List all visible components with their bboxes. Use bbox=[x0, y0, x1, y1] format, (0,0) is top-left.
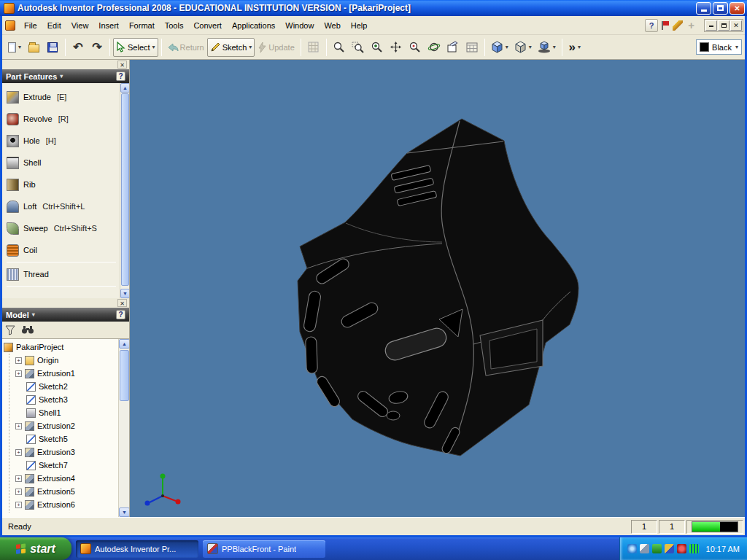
zoom-button[interactable] bbox=[368, 38, 387, 57]
menu-file[interactable]: File bbox=[19, 18, 42, 33]
update-button[interactable]: Update bbox=[255, 38, 297, 57]
select-button[interactable]: Select ▾ bbox=[113, 38, 158, 57]
menu-tools[interactable]: Tools bbox=[160, 18, 189, 33]
tree-item-extrusion3[interactable]: + Extrusion3 bbox=[4, 446, 117, 459]
tree-scrollbar[interactable]: ▲ ▼ bbox=[118, 339, 129, 517]
tree-item-shell1[interactable]: Shell1 bbox=[4, 406, 117, 419]
scroll-up-button[interactable]: ▲ bbox=[120, 83, 129, 93]
filter-funnel-icon[interactable] bbox=[5, 325, 15, 335]
tree-item-sketch3[interactable]: Sketch3 bbox=[4, 393, 117, 406]
shield-icon[interactable] bbox=[677, 544, 686, 553]
feature-shell[interactable]: Shell bbox=[4, 152, 119, 174]
undo-button[interactable]: ↶ bbox=[69, 38, 88, 57]
shadow-button[interactable]: ▾ bbox=[535, 38, 559, 57]
camera-dropdown[interactable]: ▾ bbox=[529, 44, 532, 50]
start-button[interactable]: start bbox=[0, 537, 71, 560]
model-panel-help-button[interactable]: ? bbox=[116, 310, 125, 319]
zoom-window-button[interactable] bbox=[349, 38, 368, 57]
analysis-dropdown[interactable]: ▾ bbox=[578, 44, 581, 50]
tree-item-origin[interactable]: + Origin bbox=[4, 354, 117, 367]
expand-toggle[interactable]: + bbox=[15, 475, 22, 482]
tree-item-extrusion5[interactable]: + Extrusion5 bbox=[4, 485, 117, 498]
menu-view[interactable]: View bbox=[66, 18, 94, 33]
return-button[interactable]: Return bbox=[165, 38, 207, 57]
scroll-down-button[interactable]: ▼ bbox=[120, 289, 129, 298]
camera-view-button[interactable]: ▾ bbox=[511, 38, 535, 57]
tree-item-sketch7[interactable]: Sketch7 bbox=[4, 459, 117, 472]
mdi-minimize-button[interactable] bbox=[705, 20, 717, 31]
menu-format[interactable]: Format bbox=[124, 18, 160, 33]
part-features-header[interactable]: Part Features ▾ ? bbox=[2, 69, 129, 83]
color-dropdown[interactable]: ▾ bbox=[735, 44, 738, 50]
menu-help[interactable]: Help bbox=[346, 18, 373, 33]
expand-toggle[interactable]: + bbox=[15, 489, 22, 495]
flag-icon[interactable] bbox=[660, 20, 670, 31]
feature-rib[interactable]: Rib bbox=[4, 174, 119, 195]
new-file-button[interactable]: ▾ bbox=[5, 38, 24, 57]
close-button[interactable]: ✕ bbox=[729, 2, 745, 15]
menu-web[interactable]: Web bbox=[319, 18, 345, 33]
menu-applications[interactable]: Applications bbox=[227, 18, 280, 33]
save-button[interactable] bbox=[43, 38, 62, 57]
display-shaded-button[interactable]: ▾ bbox=[488, 38, 511, 57]
menu-insert[interactable]: Insert bbox=[93, 18, 124, 33]
pan-button[interactable] bbox=[387, 38, 406, 57]
minimize-button[interactable] bbox=[696, 2, 711, 15]
signal-bars-icon[interactable] bbox=[689, 544, 699, 553]
measure-button[interactable] bbox=[462, 38, 481, 57]
rotate-button[interactable] bbox=[425, 38, 444, 57]
model-panel-header[interactable]: Model ▾ ? bbox=[2, 308, 129, 322]
expand-toggle[interactable]: + bbox=[15, 370, 22, 377]
expand-toggle[interactable]: + bbox=[15, 502, 22, 508]
3d-viewport[interactable] bbox=[130, 60, 745, 517]
messenger-icon[interactable] bbox=[652, 544, 662, 553]
expand-toggle[interactable]: + bbox=[15, 423, 22, 429]
feature-hole[interactable]: Hole [H] bbox=[4, 130, 119, 152]
close-features-panel-button[interactable]: ✕ bbox=[117, 61, 127, 69]
features-scrollbar[interactable]: ▲ ▼ bbox=[120, 83, 129, 298]
sketch-dropdown[interactable]: ▾ bbox=[249, 44, 252, 50]
feature-loft[interactable]: Loft Ctrl+Shift+L bbox=[4, 195, 119, 217]
scroll-up-button[interactable]: ▲ bbox=[119, 339, 129, 349]
find-binoculars-icon[interactable] bbox=[21, 325, 34, 335]
taskbar-item-paint[interactable]: PPBlackFront - Paint bbox=[203, 540, 325, 558]
tree-item-extrusion1[interactable]: + Extrusion1 bbox=[4, 367, 117, 380]
zoom-all-button[interactable] bbox=[330, 38, 349, 57]
menu-window[interactable]: Window bbox=[280, 18, 319, 33]
close-model-panel-button[interactable]: ✕ bbox=[117, 299, 127, 307]
scroll-down-button[interactable]: ▼ bbox=[119, 508, 129, 517]
taskbar-item-inventor[interactable]: Autodesk Inventor Pr... bbox=[76, 540, 198, 558]
analysis-button[interactable]: » ▾ bbox=[565, 38, 584, 57]
expand-toggle[interactable]: + bbox=[15, 449, 22, 456]
tree-item-sketch2[interactable]: Sketch2 bbox=[4, 380, 117, 393]
network-icon[interactable] bbox=[665, 544, 674, 553]
tree-item-extrusion2[interactable]: + Extrusion2 bbox=[4, 419, 117, 432]
scroll-thumb[interactable] bbox=[120, 350, 129, 401]
help-button[interactable]: ? bbox=[645, 19, 658, 32]
feature-sweep[interactable]: Sweep Ctrl+Shift+S bbox=[4, 217, 119, 239]
tree-item-sketch5[interactable]: Sketch5 bbox=[4, 432, 117, 446]
zoom-select-button[interactable] bbox=[406, 38, 425, 57]
mdi-restore-button[interactable] bbox=[718, 20, 729, 31]
open-button[interactable] bbox=[24, 38, 43, 57]
wireless-icon[interactable] bbox=[627, 544, 637, 553]
drawing-grid-button[interactable] bbox=[304, 38, 323, 57]
display-dropdown[interactable]: ▾ bbox=[506, 44, 508, 50]
menu-convert[interactable]: Convert bbox=[188, 18, 227, 33]
redo-button[interactable]: ↷ bbox=[88, 38, 107, 57]
expand-toggle[interactable]: + bbox=[15, 357, 22, 364]
feature-coil[interactable]: Coil bbox=[4, 239, 119, 261]
look-at-button[interactable] bbox=[444, 38, 462, 57]
restore-button[interactable] bbox=[713, 2, 728, 15]
menu-edit[interactable]: Edit bbox=[42, 18, 66, 33]
tree-item-extrusion6[interactable]: + Extrusion6 bbox=[4, 498, 117, 511]
feature-revolve[interactable]: Revolve [R] bbox=[4, 108, 119, 130]
tree-item-pakariproject[interactable]: PakariProject bbox=[4, 341, 117, 354]
shadow-dropdown[interactable]: ▾ bbox=[553, 44, 556, 50]
feature-extrude[interactable]: Extrude [E] bbox=[4, 86, 119, 108]
taskbar-clock[interactable]: 10:17 AM bbox=[706, 545, 740, 553]
tree-item-extrusion4[interactable]: + Extrusion4 bbox=[4, 472, 117, 485]
new-file-dropdown[interactable]: ▾ bbox=[18, 44, 21, 50]
feature-thread[interactable]: Thread bbox=[4, 263, 119, 285]
part-features-help-button[interactable]: ? bbox=[116, 71, 125, 81]
